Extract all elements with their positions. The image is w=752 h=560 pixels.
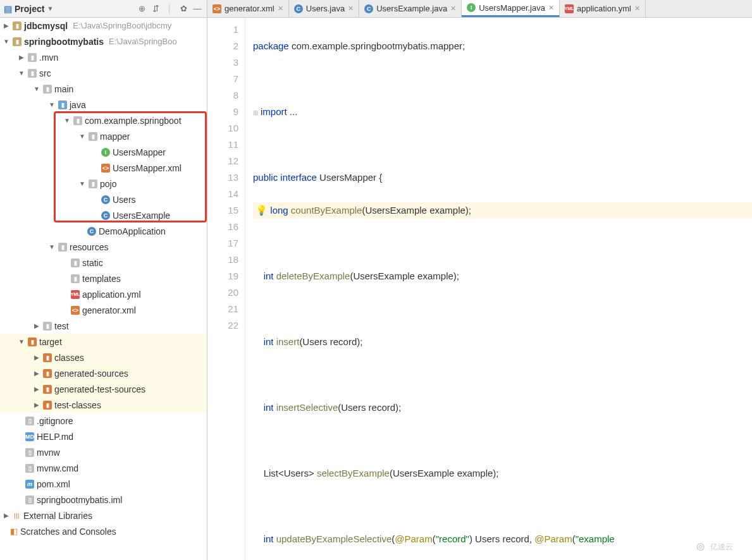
- file-icon: ▯: [25, 496, 34, 504]
- close-icon[interactable]: ✕: [348, 4, 354, 13]
- xml-icon: <>: [101, 164, 110, 173]
- tree-node-mapper[interactable]: ▼ ▮ mapper: [0, 128, 207, 144]
- tree-label: .gitignore: [37, 416, 73, 426]
- fold-icon[interactable]: ⊞: [253, 105, 258, 121]
- tree-node-appyml[interactable]: YML application.yml: [0, 286, 207, 302]
- tree-label: classes: [54, 353, 84, 363]
- tree-node-demoapp[interactable]: C DemoApplication: [0, 223, 207, 239]
- tab-label: UsersExample.java: [376, 4, 447, 13]
- editor-tab-1[interactable]: CUsers.java✕: [289, 0, 359, 17]
- tree-node-package[interactable]: ▼ ▮ com.example.springboot: [0, 113, 207, 128]
- line-number: 14: [207, 186, 238, 202]
- tree-node-testcls[interactable]: ▶ ▮ test-classes: [0, 397, 207, 413]
- tab-label: UsersMapper.java: [479, 3, 545, 13]
- package-icon: ▮: [89, 180, 97, 188]
- line-number: 2: [207, 38, 238, 54]
- tree-node-templates[interactable]: ▮ templates: [0, 271, 207, 286]
- file-icon: ▯: [25, 464, 34, 473]
- tree-node-test[interactable]: ▶ ▮ test: [0, 318, 207, 334]
- source-folder-icon: ▮: [58, 100, 67, 109]
- tree-node-src[interactable]: ▼ ▮ src: [0, 65, 207, 81]
- tree-label: templates: [82, 274, 121, 284]
- chevron-right-icon: ▶: [3, 512, 10, 519]
- folder-icon: ▮: [71, 274, 80, 283]
- editor-tab-4[interactable]: YMLapplication.yml✕: [560, 0, 646, 17]
- chevron-right-icon: ▶: [33, 401, 40, 408]
- tree-node-scratch[interactable]: ◧ Scratches and Consoles: [0, 523, 207, 539]
- tree-node-usersexample[interactable]: C UsersExample: [0, 207, 207, 223]
- project-tree[interactable]: ▶ ▮ jdbcmysql E:\Java\SpringBoot\jdbcmy …: [0, 18, 207, 560]
- tree-node-iml[interactable]: ▯ springbootmybatis.iml: [0, 492, 207, 508]
- tree-node-users[interactable]: C Users: [0, 192, 207, 207]
- tree-node-target[interactable]: ▼ ▮ target: [0, 334, 207, 350]
- watermark: ⊚ 亿速云: [696, 539, 733, 555]
- bulb-icon[interactable]: 💡: [256, 205, 268, 216]
- select-opened-file-icon[interactable]: ⊕: [136, 3, 147, 15]
- xml-icon: <>: [71, 306, 80, 315]
- line-number: 19: [207, 268, 238, 284]
- close-icon[interactable]: ✕: [450, 4, 456, 13]
- file-type-icon: C: [364, 4, 373, 13]
- file-type-icon: I: [467, 3, 476, 12]
- tree-node-mvnwcmd[interactable]: ▯ mvnw.cmd: [0, 460, 207, 476]
- tree-node-classes[interactable]: ▶ ▮ classes: [0, 350, 207, 365]
- editor-code[interactable]: package com.example.springbootmybatis.ma…: [245, 18, 752, 560]
- class-icon: C: [87, 227, 96, 236]
- folder-icon: ▮: [43, 322, 52, 331]
- editor-tab-3[interactable]: IUsersMapper.java✕: [462, 0, 560, 17]
- t: UsersMapper {: [317, 172, 382, 183]
- line-number: 8: [207, 87, 238, 104]
- excluded-folder-icon: ▮: [43, 353, 52, 362]
- chevron-right-icon: ▶: [33, 322, 40, 329]
- maven-icon: m: [25, 480, 34, 489]
- close-icon[interactable]: ✕: [548, 4, 554, 12]
- tree-node-gensrc[interactable]: ▶ ▮ generated-sources: [0, 365, 207, 381]
- tree-node-static[interactable]: ▮ static: [0, 255, 207, 271]
- tree-label: generator.xml: [82, 305, 136, 315]
- tree-node-resources[interactable]: ▼ ▮ resources: [0, 239, 207, 255]
- markdown-icon: MD: [25, 432, 34, 441]
- top-bar: ▤ Project ▼ ⊕ ⇵ │ ✿ — <>generator.xml✕CU…: [0, 0, 752, 18]
- tree-node-mvnw[interactable]: ▯ mvnw: [0, 444, 207, 460]
- class-icon: C: [101, 195, 110, 204]
- editor-tab-2[interactable]: CUsersExample.java✕: [359, 0, 462, 17]
- tree-node-gitignore[interactable]: ▯ .gitignore: [0, 413, 207, 429]
- t: import: [261, 106, 287, 117]
- tree-node-help[interactable]: MD HELP.md: [0, 429, 207, 444]
- tree-node-mvn[interactable]: ▶ ▮ .mvn: [0, 49, 207, 65]
- close-icon[interactable]: ✕: [634, 4, 640, 13]
- chevron-down-icon: ▼: [48, 101, 56, 108]
- tree-label: pom.xml: [37, 479, 70, 489]
- tree-node-pom[interactable]: m pom.xml: [0, 476, 207, 492]
- project-tool-title[interactable]: ▤ Project ▼: [4, 4, 53, 14]
- tree-node-extlib[interactable]: ▶ ⫼ External Libraries: [0, 508, 207, 523]
- tree-label: target: [39, 337, 62, 347]
- tree-node-usersmapper[interactable]: I UsersMapper: [0, 144, 207, 160]
- tree-node-genxml[interactable]: <> generator.xml: [0, 302, 207, 318]
- module-icon: ▮: [13, 21, 22, 30]
- tree-label: Users: [113, 195, 136, 205]
- t: interface: [280, 172, 317, 183]
- tree-node-gentest[interactable]: ▶ ▮ generated-test-sources: [0, 381, 207, 397]
- hide-icon[interactable]: —: [192, 3, 203, 15]
- tree-node-java[interactable]: ▼ ▮ java: [0, 97, 207, 113]
- t: ...: [287, 106, 298, 117]
- t: List<Users>: [253, 468, 317, 478]
- tree-label: UsersMapper: [113, 147, 166, 157]
- tree-node-jdbcmysql[interactable]: ▶ ▮ jdbcmysql E:\Java\SpringBoot\jdbcmy: [0, 18, 207, 33]
- expand-all-icon[interactable]: ⇵: [150, 3, 161, 15]
- code-editor[interactable]: 12378910111213141516171819202122 package…: [207, 18, 752, 560]
- tree-node-pojo[interactable]: ▼ ▮ pojo: [0, 176, 207, 192]
- editor-tabs: <>generator.xml✕CUsers.java✕CUsersExampl…: [207, 0, 752, 17]
- close-icon[interactable]: ✕: [278, 4, 283, 13]
- project-tool-label: Project: [15, 4, 44, 14]
- tree-node-springboot[interactable]: ▼ ▮ springbootmybatis E:\Java\SpringBoo: [0, 33, 207, 49]
- gear-icon[interactable]: ✿: [178, 3, 189, 15]
- t: selectByExample: [317, 468, 390, 478]
- library-icon: ⫼: [13, 511, 21, 520]
- tree-node-main[interactable]: ▼ ▮ main: [0, 81, 207, 97]
- tree-label: mapper: [100, 131, 130, 142]
- chevron-right-icon: ▶: [33, 370, 40, 377]
- editor-tab-0[interactable]: <>generator.xml✕: [207, 0, 289, 17]
- tree-node-usersmapper-xml[interactable]: <> UsersMapper.xml: [0, 160, 207, 176]
